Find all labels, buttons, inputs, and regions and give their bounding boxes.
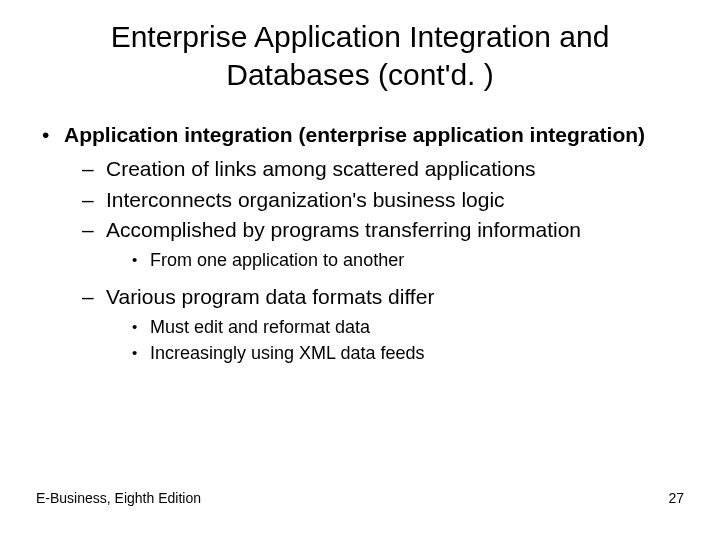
slide-title: Enterprise Application Integration and D… xyxy=(36,18,684,93)
bullet-list-level2: Creation of links among scattered applic… xyxy=(64,155,684,365)
list-item: From one application to another xyxy=(132,248,684,272)
list-item: Application integration (enterprise appl… xyxy=(42,121,684,366)
bullet-list-level3: From one application to another xyxy=(106,248,684,272)
bullet-text: Interconnects organization's business lo… xyxy=(106,188,505,211)
list-item: Interconnects organization's business lo… xyxy=(82,186,684,214)
bullet-list-level3: Must edit and reformat data Increasingly… xyxy=(106,315,684,366)
bullet-text: Increasingly using XML data feeds xyxy=(150,343,425,363)
bullet-text: Application integration (enterprise appl… xyxy=(64,123,645,146)
bullet-text: Various program data formats differ xyxy=(106,285,434,308)
bullet-text: Accomplished by programs transferring in… xyxy=(106,218,581,241)
footer-source: E-Business, Eighth Edition xyxy=(36,490,201,506)
list-item: Must edit and reformat data xyxy=(132,315,684,339)
page-number: 27 xyxy=(668,490,684,506)
list-item: Creation of links among scattered applic… xyxy=(82,155,684,183)
slide-footer: E-Business, Eighth Edition 27 xyxy=(36,490,684,506)
list-item: Accomplished by programs transferring in… xyxy=(82,216,684,273)
list-item: Increasingly using XML data feeds xyxy=(132,341,684,365)
bullet-text: From one application to another xyxy=(150,250,404,270)
bullet-text: Creation of links among scattered applic… xyxy=(106,157,536,180)
slide: Enterprise Application Integration and D… xyxy=(0,0,720,540)
bullet-list-level1: Application integration (enterprise appl… xyxy=(36,121,684,366)
slide-content: Application integration (enterprise appl… xyxy=(36,121,684,366)
list-item: Various program data formats differ Must… xyxy=(82,283,684,366)
bullet-text: Must edit and reformat data xyxy=(150,317,370,337)
